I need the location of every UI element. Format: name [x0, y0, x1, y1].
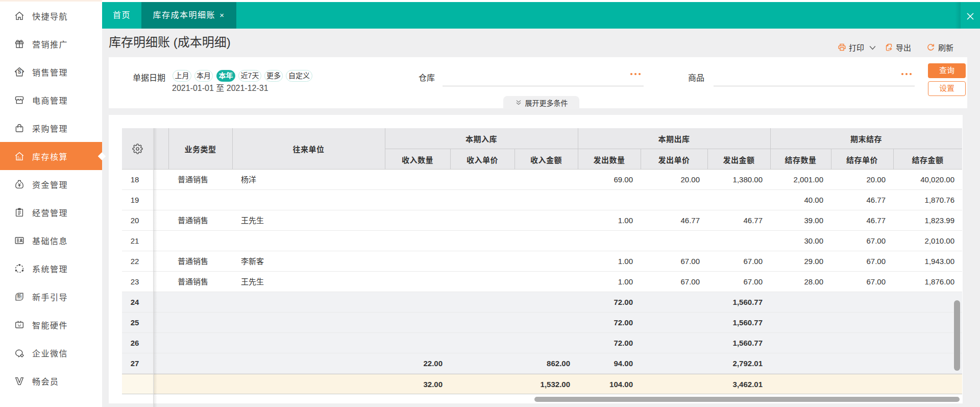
svg-text:新: 新	[17, 293, 22, 299]
svg-text:S: S	[18, 69, 21, 75]
